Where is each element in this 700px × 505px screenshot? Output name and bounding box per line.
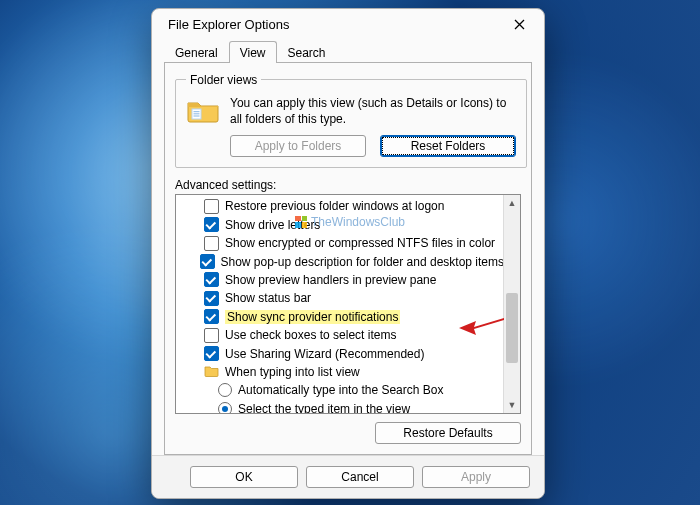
tab-general[interactable]: General bbox=[164, 41, 229, 63]
option-label: Show pop-up description for folder and d… bbox=[221, 255, 505, 269]
tab-content-view: Folder views You can apply this view (su… bbox=[164, 62, 532, 455]
list-item[interactable]: Show preview handlers in preview pane bbox=[184, 271, 504, 289]
option-label: Show sync provider notifications bbox=[225, 310, 400, 324]
option-label: When typing into list view bbox=[225, 365, 360, 379]
svg-rect-3 bbox=[194, 115, 200, 116]
list-item[interactable]: Restore previous folder windows at logon bbox=[184, 197, 504, 215]
checkbox-icon[interactable] bbox=[204, 309, 219, 324]
checkbox-icon[interactable] bbox=[204, 291, 219, 306]
checkbox-icon[interactable] bbox=[204, 272, 219, 287]
folder-views-legend: Folder views bbox=[186, 73, 261, 87]
close-button[interactable] bbox=[504, 9, 534, 39]
tabstrip: General View Search bbox=[152, 40, 544, 62]
advanced-settings-label: Advanced settings: bbox=[175, 178, 521, 192]
list-item[interactable]: Use Sharing Wizard (Recommended) bbox=[184, 344, 504, 362]
close-icon bbox=[514, 19, 525, 30]
scrollbar[interactable]: ▲ ▼ bbox=[503, 195, 520, 413]
svg-rect-1 bbox=[194, 111, 200, 112]
checkbox-icon[interactable] bbox=[204, 199, 219, 214]
option-label: Show status bar bbox=[225, 291, 311, 305]
checkbox-icon[interactable] bbox=[204, 346, 219, 361]
list-item[interactable]: Automatically type into the Search Box bbox=[184, 381, 504, 399]
option-label: Show preview handlers in preview pane bbox=[225, 273, 436, 287]
apply-button[interactable]: Apply bbox=[422, 466, 530, 488]
windows-logo-icon bbox=[295, 216, 307, 228]
folder-icon bbox=[186, 95, 220, 125]
checkbox-icon[interactable] bbox=[204, 328, 219, 343]
list-item[interactable]: Show pop-up description for folder and d… bbox=[184, 252, 504, 270]
apply-to-folders-button[interactable]: Apply to Folders bbox=[230, 135, 366, 157]
list-item[interactable]: Select the typed item in the view bbox=[184, 400, 504, 414]
list-item[interactable]: When typing into list view bbox=[184, 363, 504, 381]
annotation-arrow-icon bbox=[456, 312, 506, 340]
checkbox-icon[interactable] bbox=[200, 254, 215, 269]
dialog-title: File Explorer Options bbox=[168, 17, 289, 32]
option-label: Automatically type into the Search Box bbox=[238, 383, 443, 397]
scroll-up-icon[interactable]: ▲ bbox=[504, 195, 520, 211]
option-label: Select the typed item in the view bbox=[238, 402, 410, 414]
titlebar: File Explorer Options bbox=[152, 9, 544, 40]
option-label: Use Sharing Wizard (Recommended) bbox=[225, 347, 424, 361]
file-explorer-options-dialog: File Explorer Options General View Searc… bbox=[151, 8, 545, 499]
tab-search[interactable]: Search bbox=[277, 41, 337, 63]
checkbox-icon[interactable] bbox=[204, 217, 219, 232]
watermark-text: TheWindowsClub bbox=[311, 215, 405, 229]
folder-views-group: Folder views You can apply this view (su… bbox=[175, 73, 527, 168]
reset-folders-button[interactable]: Reset Folders bbox=[380, 135, 516, 157]
scroll-thumb[interactable] bbox=[506, 293, 518, 363]
ok-button[interactable]: OK bbox=[190, 466, 298, 488]
watermark: TheWindowsClub bbox=[295, 215, 405, 229]
radio-icon[interactable] bbox=[218, 402, 232, 414]
radio-icon[interactable] bbox=[218, 383, 232, 397]
checkbox-icon[interactable] bbox=[204, 236, 219, 251]
folder-icon bbox=[204, 364, 219, 380]
tab-view[interactable]: View bbox=[229, 41, 277, 63]
option-label: Restore previous folder windows at logon bbox=[225, 199, 444, 213]
restore-defaults-button[interactable]: Restore Defaults bbox=[375, 422, 521, 444]
folder-views-text: You can apply this view (such as Details… bbox=[230, 95, 516, 127]
scroll-down-icon[interactable]: ▼ bbox=[504, 397, 520, 413]
cancel-button[interactable]: Cancel bbox=[306, 466, 414, 488]
list-item[interactable]: Show status bar bbox=[184, 289, 504, 307]
option-label: Show encrypted or compressed NTFS files … bbox=[225, 236, 495, 250]
svg-rect-2 bbox=[194, 113, 200, 114]
list-item[interactable]: Show encrypted or compressed NTFS files … bbox=[184, 234, 504, 252]
dialog-footer: OK Cancel Apply bbox=[152, 455, 544, 498]
option-label: Use check boxes to select items bbox=[225, 328, 396, 342]
